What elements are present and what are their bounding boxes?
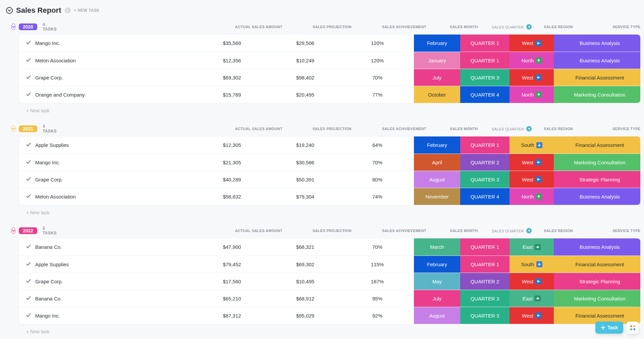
cell-projection[interactable]: $68,912 — [270, 290, 341, 307]
check-icon[interactable] — [26, 92, 31, 98]
col-actual[interactable]: ACTUAL SALES AMOUNT — [221, 25, 297, 29]
cell-region[interactable]: South — [509, 136, 554, 154]
cell-actual[interactable]: $69,302 — [194, 69, 270, 86]
table-row[interactable]: Mango Inc. $21,305 $30,586 70% April QUA… — [19, 154, 640, 171]
cell-achievement[interactable]: 120% — [341, 52, 414, 69]
cell-projection[interactable]: $50,391 — [270, 171, 341, 188]
table-row[interactable]: Apple Supplies $12,305 $19,240 64% Febru… — [19, 136, 640, 154]
cell-projection[interactable]: $95,029 — [270, 307, 341, 324]
cell-service[interactable]: Marketing Consultation — [554, 86, 641, 103]
check-icon[interactable] — [26, 142, 31, 148]
cell-month[interactable]: February — [414, 136, 460, 154]
cell-month[interactable]: May — [414, 273, 460, 290]
col-achievement[interactable]: SALES ACHVIEVEMENT — [368, 127, 441, 131]
group-collapse-icon[interactable] — [11, 125, 15, 132]
cell-actual[interactable]: $87,312 — [194, 307, 270, 324]
cell-projection[interactable]: $68,321 — [270, 238, 341, 256]
cell-service[interactable]: Marketing Consultation — [554, 154, 641, 171]
cell-projection[interactable]: $30,586 — [270, 154, 341, 171]
cell-month[interactable]: July — [414, 290, 460, 307]
new-task-row-button[interactable]: + New task — [3, 324, 641, 334]
cell-month[interactable]: February — [414, 35, 460, 52]
cell-quarter[interactable]: QUARTER 1 — [460, 256, 509, 273]
cell-service[interactable]: Marketing Consultation — [554, 290, 641, 307]
cell-quarter[interactable]: QUARTER 3 — [460, 69, 509, 86]
collapse-all-icon[interactable] — [6, 7, 13, 14]
table-row[interactable]: Grape Corp. $40,289 $50,391 80% August Q… — [19, 171, 640, 188]
cell-quarter[interactable]: QUARTER 3 — [460, 307, 509, 324]
col-achievement[interactable]: SALES ACHVIEVEMENT — [368, 229, 441, 233]
cell-service[interactable]: Business Analysis — [554, 35, 641, 52]
cell-achievement[interactable]: 80% — [341, 171, 414, 188]
cell-quarter[interactable]: QUARTER 1 — [460, 52, 509, 69]
year-badge[interactable]: 2021 — [19, 125, 37, 132]
col-actual[interactable]: ACTUAL SALES AMOUNT — [221, 127, 297, 131]
cell-projection[interactable]: $10,495 — [270, 273, 341, 290]
new-task-row-button[interactable]: + New task — [3, 205, 641, 215]
cell-actual[interactable]: $17,560 — [194, 273, 270, 290]
col-month[interactable]: SALES MONTH — [441, 25, 487, 29]
cell-projection[interactable]: $98,402 — [270, 69, 341, 86]
cell-region[interactable]: West — [509, 273, 554, 290]
cell-region[interactable]: North — [509, 86, 554, 103]
cell-region[interactable]: North — [509, 188, 554, 205]
cell-quarter[interactable]: QUARTER 3 — [460, 171, 509, 188]
cell-achievement[interactable]: 95% — [341, 290, 414, 307]
floating-apps-button[interactable] — [627, 322, 639, 334]
cell-region[interactable]: North — [509, 52, 554, 69]
col-projection[interactable]: SALES PROJECTION — [297, 25, 368, 29]
cell-actual[interactable]: $79,452 — [194, 256, 270, 273]
cell-region[interactable]: West — [509, 171, 554, 188]
table-row[interactable]: Banana Co. $65,210 $68,912 95% July QUAR… — [19, 290, 640, 307]
cell-actual[interactable]: $35,569 — [194, 35, 270, 52]
cell-quarter[interactable]: QUARTER 1 — [460, 136, 509, 154]
cell-service[interactable]: Business Analysis — [554, 188, 641, 205]
cell-actual[interactable]: $40,289 — [194, 171, 270, 188]
cell-region[interactable]: West — [509, 307, 554, 324]
check-icon[interactable] — [26, 193, 31, 200]
check-icon[interactable] — [26, 313, 31, 319]
col-projection[interactable]: SALES PROJECTION — [297, 127, 368, 131]
cell-achievement[interactable]: 64% — [341, 136, 414, 154]
cell-quarter[interactable]: QUARTER 2 — [460, 273, 509, 290]
cell-region[interactable]: East — [509, 290, 554, 307]
col-month[interactable]: SALES MONTH — [441, 229, 487, 233]
col-actual[interactable]: ACTUAL SALES AMOUNT — [221, 229, 297, 233]
cell-actual[interactable]: $47,900 — [194, 238, 270, 256]
col-region[interactable]: SALES REGION — [536, 229, 581, 233]
cell-achievement[interactable]: 120% — [341, 35, 414, 52]
cell-actual[interactable]: $65,210 — [194, 290, 270, 307]
col-service[interactable]: SERVICE TYPE — [581, 25, 644, 29]
col-achievement[interactable]: SALES ACHVIEVEMENT — [368, 25, 441, 29]
cell-month[interactable]: February — [414, 256, 460, 273]
cell-month[interactable]: April — [414, 154, 460, 171]
cell-service[interactable]: Financial Assessment — [554, 136, 641, 154]
cell-month[interactable]: March — [414, 238, 460, 256]
cell-service[interactable]: Business Analysis — [554, 52, 641, 69]
cell-projection[interactable]: $20,495 — [270, 86, 341, 103]
cell-region[interactable]: South — [509, 256, 554, 273]
cell-month[interactable]: January — [414, 52, 460, 69]
floating-task-button[interactable]: Task — [595, 322, 623, 334]
cell-quarter[interactable]: QUARTER 1 — [460, 35, 509, 52]
cell-projection[interactable]: $69,302 — [270, 256, 341, 273]
cell-achievement[interactable]: 115% — [341, 256, 414, 273]
cell-projection[interactable]: $29,506 — [270, 35, 341, 52]
table-row[interactable]: Grape Corp. $17,560 $10,495 167% May QUA… — [19, 273, 640, 290]
check-icon[interactable] — [26, 295, 31, 302]
table-row[interactable]: Mango Inc. $87,312 $95,029 92% August QU… — [19, 307, 640, 324]
col-service[interactable]: SERVICE TYPE — [581, 127, 644, 131]
check-icon[interactable] — [26, 57, 31, 64]
cell-projection[interactable]: $19,240 — [270, 136, 341, 154]
cell-actual[interactable]: $12,305 — [194, 136, 270, 154]
table-row[interactable]: Melon Association $58,632 $79,304 74% No… — [19, 188, 640, 205]
cell-region[interactable]: West — [509, 69, 554, 86]
cell-achievement[interactable]: 70% — [341, 238, 414, 256]
group-collapse-icon[interactable] — [11, 23, 15, 30]
table-row[interactable]: Orange and Company $15,789 $20,495 77% O… — [19, 86, 640, 103]
col-quarter[interactable]: SALES QUARTER — [487, 228, 536, 233]
cell-region[interactable]: West — [509, 35, 554, 52]
cell-month[interactable]: November — [414, 188, 460, 205]
cell-region[interactable]: East — [509, 238, 554, 256]
cell-actual[interactable]: $21,305 — [194, 154, 270, 171]
